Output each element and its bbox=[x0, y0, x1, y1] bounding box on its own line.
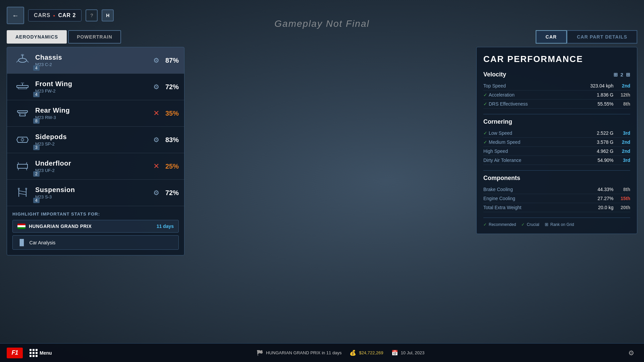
acceleration-rank: 12th bbox=[613, 92, 630, 98]
suspension-model: M23 S-3 bbox=[35, 194, 153, 199]
f1-logo: F1 Menu bbox=[7, 347, 56, 359]
suspension-gear-icon: ⚙ bbox=[153, 189, 159, 197]
drs-value: 55.55% bbox=[580, 101, 613, 107]
perf-row-brakecooling: Brake Cooling 44.33% 8th bbox=[483, 185, 630, 194]
svg-line-19 bbox=[19, 193, 26, 195]
back-button[interactable]: ← bbox=[7, 7, 24, 24]
tab-aerodynamics[interactable]: AERODYNAMICS bbox=[7, 30, 67, 44]
analysis-bar-icon: ▐▌ bbox=[17, 239, 26, 246]
rearwing-pct: 35% bbox=[162, 110, 179, 117]
svg-line-3 bbox=[16, 60, 18, 62]
divider-1 bbox=[483, 114, 630, 114]
svg-point-2 bbox=[21, 54, 24, 56]
bottom-center: 🏁 HUNGARIAN GRAND PRIX in 11 days 💰 $24,… bbox=[257, 350, 425, 356]
bottom-event: 🏁 HUNGARIAN GRAND PRIX in 11 days bbox=[257, 350, 341, 356]
tab-car[interactable]: CAR bbox=[536, 30, 567, 44]
budget-icon: 💰 bbox=[350, 350, 356, 356]
components-title: Components bbox=[483, 175, 630, 182]
grand-prix-row[interactable]: HUNGARIAN GRAND PRIX 11 days bbox=[12, 220, 179, 233]
car-analysis-label: Car Analysis bbox=[30, 240, 56, 245]
extraweight-rank: 20th bbox=[613, 205, 630, 210]
velocity-title: Velocity ⊞ 2 ⊞ bbox=[483, 71, 630, 78]
underfloor-info: Underfloor M23 UF-2 bbox=[35, 160, 153, 173]
frontwing-status: ⚙ 72% bbox=[153, 83, 179, 91]
sidepods-icon bbox=[12, 131, 33, 148]
chassis-pct: 87% bbox=[162, 57, 179, 64]
svg-line-11 bbox=[19, 114, 20, 116]
velocity-rank-num: 2 bbox=[621, 72, 623, 77]
breadcrumb-prefix: CARS bbox=[34, 12, 50, 18]
underfloor-name: Underfloor bbox=[35, 160, 153, 167]
chassis-badge: 4 bbox=[33, 65, 40, 71]
rearwing-name: Rear Wing bbox=[35, 107, 153, 114]
rearwing-error-icon: ✕ bbox=[153, 109, 159, 118]
tab-car-part-details[interactable]: CAR PART DETAILS bbox=[567, 30, 637, 44]
enginecooling-rank: 15th bbox=[613, 196, 630, 201]
rearwing-status: ✕ 35% bbox=[153, 109, 179, 118]
perf-row-highspeed: High Speed 4.962 G 2nd bbox=[483, 147, 630, 156]
part-item-rearwing[interactable]: Rear Wing M23 RW-3 8 ✕ 35% bbox=[7, 100, 184, 127]
sidepods-model: M23 SP-2 bbox=[35, 141, 153, 146]
top-bar: ← CARS ● CAR 2 ? H bbox=[7, 7, 114, 24]
chassis-status: ⚙ 87% bbox=[153, 56, 179, 64]
part-item-suspension[interactable]: Suspension M23 S-3 4 ⚙ 72% bbox=[7, 180, 184, 206]
svg-line-4 bbox=[26, 60, 29, 62]
dirtyair-value: 54.90% bbox=[580, 158, 613, 163]
part-item-frontwing[interactable]: Front Wing M23 FW-2 4 ⚙ 72% bbox=[7, 74, 184, 100]
tab-powertrain[interactable]: POWERTRAIN bbox=[68, 30, 121, 44]
frontwing-info: Front Wing M23 FW-2 bbox=[35, 80, 153, 94]
legend-crucial: ✓ Crucial bbox=[521, 222, 539, 227]
part-item-chassis[interactable]: Chassis M23 C-2 4 ⚙ 87% bbox=[7, 47, 184, 74]
brakecooling-rank: 8th bbox=[613, 187, 630, 192]
suspension-info: Suspension M23 S-3 bbox=[35, 186, 153, 199]
perf-row-drs: ✓ DRS Effectiveness 55.55% 8th bbox=[483, 100, 630, 109]
settings-button[interactable]: ⚙ bbox=[625, 347, 637, 359]
rearwing-badge: 8 bbox=[33, 118, 40, 124]
frontwing-badge: 4 bbox=[33, 92, 40, 97]
suspension-status: ⚙ 72% bbox=[153, 189, 179, 197]
drs-label: DRS Effectiveness bbox=[489, 101, 580, 107]
frontwing-model: M23 FW-2 bbox=[35, 88, 153, 94]
svg-point-21 bbox=[25, 188, 27, 190]
topspeed-value: 323.04 kph bbox=[580, 83, 613, 88]
perf-row-lowspeed: ✓ Low Speed 2.522 G 3rd bbox=[483, 129, 630, 138]
cornering-section: Cornering ✓ Low Speed 2.522 G 3rd ✓ Medi… bbox=[483, 118, 630, 165]
medspeed-label: Medium Speed bbox=[489, 139, 580, 145]
part-item-sidepods[interactable]: Sidepods M23 SP-2 3 ⚙ 83% bbox=[7, 127, 184, 153]
topspeed-label: Top Speed bbox=[483, 83, 580, 88]
menu-label: Menu bbox=[40, 350, 52, 356]
gameplay-notice: Gameplay Not Final bbox=[274, 18, 369, 29]
gp-name: HUNGARIAN GRAND PRIX bbox=[29, 224, 92, 229]
svg-rect-8 bbox=[21, 82, 24, 83]
underfloor-icon bbox=[12, 158, 33, 175]
lowspeed-value: 2.522 G bbox=[580, 130, 613, 136]
underfloor-pct: 25% bbox=[162, 163, 179, 170]
drs-rank: 8th bbox=[613, 101, 630, 107]
part-item-underfloor[interactable]: Underfloor M23 UF-2 2 ✕ 25% bbox=[7, 153, 184, 180]
highlight-label: HIGHLIGHT IMPORTANT STATS FOR: bbox=[12, 212, 179, 217]
legend-grid-icon: ⊞ bbox=[545, 222, 548, 227]
divider-2 bbox=[483, 170, 630, 171]
topspeed-rank: 2nd bbox=[613, 83, 630, 88]
underfloor-error-icon: ✕ bbox=[153, 162, 159, 171]
perf-row-medspeed: ✓ Medium Speed 3.578 G 2nd bbox=[483, 138, 630, 147]
sidepods-gear-icon: ⚙ bbox=[153, 136, 159, 144]
menu-button[interactable]: Menu bbox=[25, 347, 56, 359]
velocity-section: Velocity ⊞ 2 ⊞ Top Speed 323.04 kph 2nd … bbox=[483, 71, 630, 109]
sidepods-name: Sidepods bbox=[35, 133, 153, 141]
highspeed-value: 4.962 G bbox=[580, 148, 613, 154]
event-text: HUNGARIAN GRAND PRIX in 11 days bbox=[266, 350, 341, 355]
svg-line-18 bbox=[19, 191, 26, 192]
extraweight-label: Total Extra Weight bbox=[483, 205, 580, 210]
highspeed-rank: 2nd bbox=[613, 148, 630, 154]
car-analysis-button[interactable]: ▐▌ Car Analysis bbox=[12, 235, 179, 250]
help-button[interactable]: ? bbox=[86, 9, 98, 21]
brakecooling-label: Brake Cooling bbox=[483, 187, 580, 192]
suspension-name: Suspension bbox=[35, 186, 153, 194]
sidepods-info: Sidepods M23 SP-2 bbox=[35, 133, 153, 146]
perf-row-dirtyair: Dirty Air Tolerance 54.90% 3rd bbox=[483, 156, 630, 165]
lowspeed-check-icon: ✓ bbox=[483, 130, 487, 136]
medspeed-rank: 2nd bbox=[613, 139, 630, 145]
sidepods-status: ⚙ 83% bbox=[153, 136, 179, 144]
date-value: 10 Jul, 2023 bbox=[401, 350, 425, 355]
